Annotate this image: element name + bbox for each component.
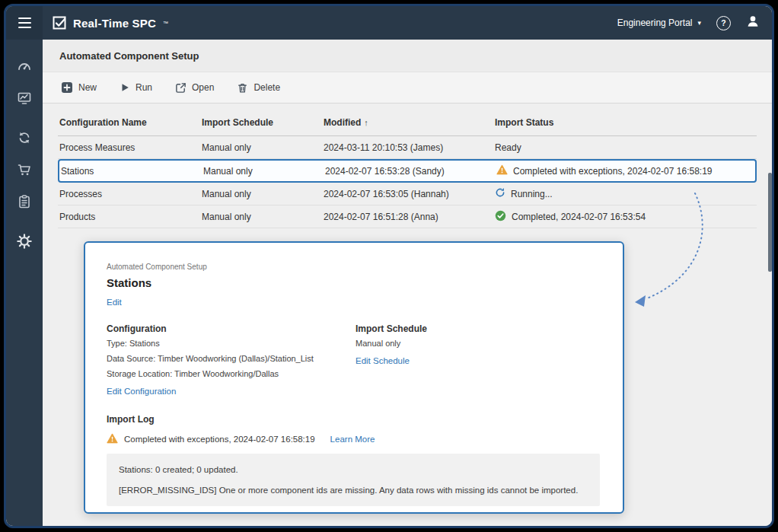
log-line-2: [ERROR_MISSING_IDS] One or more componen… xyxy=(119,486,588,495)
modified-cell: 2024-02-07 16:53:05 (Hannah) xyxy=(324,189,495,199)
sync-icon[interactable] xyxy=(14,128,34,148)
table-row[interactable]: Processes Manual only 2024-02-07 16:53:0… xyxy=(58,183,757,205)
logo-checkbox-icon xyxy=(52,15,67,30)
chevron-down-icon: ▾ xyxy=(697,20,701,27)
status-cell: Completed with exceptions, 2024-02-07 16… xyxy=(496,164,755,177)
import-schedule-section: Import Schedule Manual only Edit Schedul… xyxy=(356,323,427,397)
warning-icon xyxy=(107,433,118,445)
config-storage-location: Storage Location: Timber Woodworking/Dal… xyxy=(107,368,356,380)
top-bar: Real-Time SPC ™ Engineering Portal ▾ ? xyxy=(6,6,772,40)
config-name-cell: Processes xyxy=(59,189,202,199)
configurations-table: Configuration Name Import Schedule Modif… xyxy=(58,110,757,228)
modified-cell: 2024-03-11 20:10:53 (James) xyxy=(324,142,495,153)
trash-icon xyxy=(237,82,248,94)
portal-selector[interactable]: Engineering Portal ▾ xyxy=(617,18,701,28)
modified-cell: 2024-02-07 16:51:28 (Anna) xyxy=(324,212,495,222)
toolbar: New Run xyxy=(43,72,772,104)
success-check-icon xyxy=(495,210,506,224)
edit-schedule-link[interactable]: Edit Schedule xyxy=(356,356,410,365)
config-name-cell: Products xyxy=(59,212,202,222)
portal-label: Engineering Portal xyxy=(617,18,693,28)
app-window: Real-Time SPC ™ Engineering Portal ▾ ? xyxy=(4,4,774,528)
app-name: Real-Time SPC xyxy=(73,17,156,30)
schedule-cell: Manual only xyxy=(202,212,324,222)
warning-icon xyxy=(496,164,508,177)
breadcrumb: Automated Component Setup xyxy=(107,263,600,271)
config-type: Type: Stations xyxy=(107,338,356,349)
delete-button[interactable]: Delete xyxy=(237,82,280,94)
schedule-cell: Manual only xyxy=(202,142,324,153)
col-configuration-name[interactable]: Configuration Name xyxy=(59,117,202,128)
app-logo: Real-Time SPC ™ xyxy=(52,15,168,30)
page-header: Automated Component Setup xyxy=(43,40,772,72)
schedule-value: Manual only xyxy=(356,338,427,349)
open-external-icon xyxy=(175,82,187,94)
run-play-icon xyxy=(120,82,130,93)
sort-asc-icon: ↑ xyxy=(364,118,368,127)
new-button[interactable]: New xyxy=(61,81,97,94)
running-refresh-icon xyxy=(495,187,505,200)
modified-cell: 2024-02-07 16:53:28 (Sandy) xyxy=(325,166,496,177)
status-cell: Completed, 2024-02-07 16:53:54 xyxy=(495,210,757,224)
table-row[interactable]: Process Measures Manual only 2024-03-11 … xyxy=(58,136,757,159)
edit-link[interactable]: Edit xyxy=(107,298,122,307)
import-log-heading: Import Log xyxy=(107,414,600,425)
table-header-row: Configuration Name Import Schedule Modif… xyxy=(58,110,757,136)
config-name-cell: Stations xyxy=(61,166,203,177)
run-button[interactable]: Run xyxy=(120,82,152,93)
help-icon[interactable]: ? xyxy=(716,16,731,30)
cart-icon[interactable] xyxy=(14,160,34,180)
col-import-status[interactable]: Import Status xyxy=(495,117,757,128)
config-name-cell: Process Measures xyxy=(59,142,202,153)
user-icon[interactable] xyxy=(746,14,760,31)
import-schedule-heading: Import Schedule xyxy=(356,323,427,334)
edit-configuration-link[interactable]: Edit Configuration xyxy=(107,387,176,396)
table-row-selected[interactable]: Stations Manual only 2024-02-07 16:53:28… xyxy=(58,159,757,183)
col-modified[interactable]: Modified↑ xyxy=(324,117,495,128)
col-import-schedule[interactable]: Import Schedule xyxy=(202,117,324,128)
log-status-text: Completed with exceptions, 2024-02-07 16… xyxy=(124,435,315,444)
open-button[interactable]: Open xyxy=(175,82,214,94)
status-cell: Running... xyxy=(495,187,757,200)
sidebar xyxy=(6,40,43,526)
schedule-cell: Manual only xyxy=(202,189,324,199)
menu-icon[interactable] xyxy=(6,6,43,40)
schedule-cell: Manual only xyxy=(203,166,325,177)
learn-more-link[interactable]: Learn More xyxy=(330,435,375,444)
scrollbar[interactable] xyxy=(768,173,772,272)
table-row[interactable]: Products Manual only 2024-02-07 16:51:28… xyxy=(58,205,757,228)
status-cell: Ready xyxy=(495,142,757,153)
detail-title: Stations xyxy=(107,276,600,289)
trademark: ™ xyxy=(163,21,168,26)
log-line-1: Stations: 0 created; 0 updated. xyxy=(119,465,588,474)
import-log-output: Stations: 0 created; 0 updated. [ERROR_M… xyxy=(107,454,600,506)
configuration-section: Configuration Type: Stations Data Source… xyxy=(107,323,356,397)
worklist-clipboard-icon[interactable] xyxy=(14,192,34,212)
dashboard-gauge-icon[interactable] xyxy=(14,56,34,76)
detail-panel: Automated Component Setup Stations Edit … xyxy=(84,241,624,514)
charts-monitor-icon[interactable] xyxy=(14,88,34,108)
configuration-heading: Configuration xyxy=(107,323,356,334)
settings-gear-icon[interactable] xyxy=(14,231,34,251)
page-title: Automated Component Setup xyxy=(59,50,199,62)
new-plus-icon xyxy=(61,81,73,94)
config-data-source: Data Source: Timber Woodworking (Dallas)… xyxy=(107,353,356,365)
